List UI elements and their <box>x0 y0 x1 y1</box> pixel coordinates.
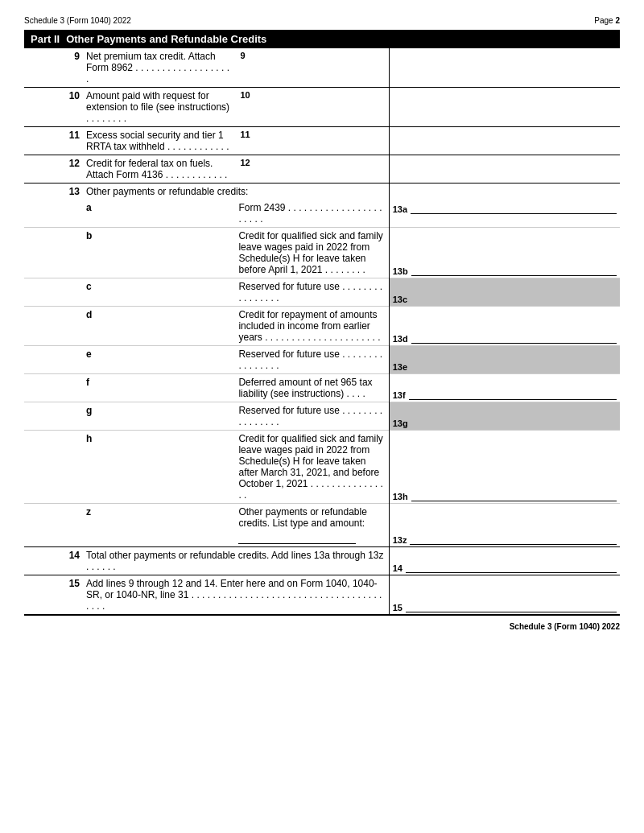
line-13f-label-cell: 13f <box>389 374 620 402</box>
spacer <box>24 228 83 278</box>
table-row: c Reserved for future use . . . . . . . … <box>24 278 620 307</box>
line-15-label-cell: 15 <box>389 575 620 616</box>
line-13d-field[interactable] <box>411 331 617 344</box>
part-label: Part II <box>31 33 60 45</box>
line-13e-desc: Reserved for future use . . . . . . . . … <box>235 346 389 374</box>
line-14-label-cell: 14 <box>389 547 620 575</box>
table-row: z Other payments or refundable credits. … <box>24 504 620 547</box>
line-13z-field[interactable] <box>410 532 617 545</box>
line-13g-field <box>411 415 617 428</box>
page-indicator: Page 2 <box>594 16 620 25</box>
line-13a-label: 13a <box>393 204 407 214</box>
line-12-label: 12 <box>235 155 389 184</box>
line-13f-label: 13f <box>393 390 406 400</box>
line-14-num: 14 <box>24 547 83 575</box>
spacer <box>24 200 83 228</box>
line-13b-field[interactable] <box>411 263 617 276</box>
line-13-num: 13 <box>24 184 83 200</box>
line-13b-desc: Credit for qualified sick and family lea… <box>235 228 389 278</box>
page-header: Schedule 3 (Form 1040) 2022 Page 2 <box>24 16 620 25</box>
line-9-label: 9 <box>235 48 389 88</box>
line-15-field[interactable] <box>406 600 617 612</box>
line-13a-label-cell: 13a <box>389 200 620 228</box>
part2-header: Part II Other Payments and Refundable Cr… <box>24 30 620 48</box>
line-13z-letter: z <box>83 504 235 547</box>
line-13h-desc: Credit for qualified sick and family lea… <box>235 431 389 504</box>
line-13g-label: 13g <box>393 419 408 428</box>
line-13-header: Other payments or refundable credits: <box>83 184 389 200</box>
line-13e-field <box>411 359 617 372</box>
line-12-num: 12 <box>24 155 83 184</box>
line-9-field[interactable] <box>389 48 620 88</box>
line-13b-label: 13b <box>393 266 408 276</box>
line-13-spacer <box>389 184 620 200</box>
form-footer: Schedule 3 (Form 1040) 2022 <box>24 622 620 631</box>
line-13h-letter: h <box>83 431 235 504</box>
line-13e-field-cell: 13e <box>389 346 620 374</box>
line-13g-letter: g <box>83 402 235 431</box>
line-11-label: 11 <box>235 127 389 155</box>
main-form-table: 9 Net premium tax credit. Attach Form 89… <box>24 48 620 616</box>
page-number: 2 <box>615 16 620 25</box>
line-13d-label-cell: 13d <box>389 307 620 346</box>
line-13e-label: 13e <box>393 362 407 372</box>
spacer <box>24 346 83 374</box>
line-11-num: 11 <box>24 127 83 155</box>
table-row: 11 Excess social security and tier 1 RRT… <box>24 127 620 155</box>
table-row: f Deferred amount of net 965 tax liabili… <box>24 374 620 402</box>
table-row: 12 Credit for federal tax on fuels. Atta… <box>24 155 620 184</box>
line-13c-label: 13c <box>393 295 407 304</box>
footer-label: Schedule 3 (Form 1040) 2022 <box>510 622 620 631</box>
table-row: a Form 2439 . . . . . . . . . . . . . . … <box>24 200 620 228</box>
spacer <box>24 504 83 547</box>
table-row: h Credit for qualified sick and family l… <box>24 431 620 504</box>
line-13g-field-cell: 13g <box>389 402 620 431</box>
line-13d-letter: d <box>83 307 235 346</box>
table-row: 9 Net premium tax credit. Attach Form 89… <box>24 48 620 88</box>
line-10-field[interactable] <box>389 88 620 127</box>
table-row: 14 Total other payments or refundable cr… <box>24 547 620 575</box>
line-11-desc: Excess social security and tier 1 RRTA t… <box>83 127 235 155</box>
line-13c-desc: Reserved for future use . . . . . . . . … <box>235 278 389 307</box>
table-row: 13 Other payments or refundable credits: <box>24 184 620 200</box>
line-13a-letter: a <box>83 200 235 228</box>
line-10-desc: Amount paid with request for extension t… <box>83 88 235 127</box>
line-13a-field[interactable] <box>411 201 617 214</box>
line-14-desc: Total other payments or refundable credi… <box>83 547 389 575</box>
spacer <box>24 431 83 504</box>
line-13f-field[interactable] <box>409 387 617 400</box>
line-13h-field[interactable] <box>411 489 617 501</box>
line-9-num: 9 <box>24 48 83 88</box>
line-13a-desc: Form 2439 . . . . . . . . . . . . . . . … <box>235 200 389 228</box>
line-10-label: 10 <box>235 88 389 127</box>
spacer <box>24 374 83 402</box>
line-13c-letter: c <box>83 278 235 307</box>
line-11-field[interactable] <box>389 127 620 155</box>
line-14-field[interactable] <box>406 560 617 573</box>
line-12-field[interactable] <box>389 155 620 184</box>
line-13d-label: 13d <box>393 334 408 344</box>
line-15-num: 15 <box>24 575 83 616</box>
line-13h-label: 13h <box>393 492 408 501</box>
line-13h-label-cell: 13h <box>389 431 620 504</box>
table-row: d Credit for repayment of amounts includ… <box>24 307 620 346</box>
line-14-label: 14 <box>393 563 402 573</box>
line-12-desc: Credit for federal tax on fuels. Attach … <box>83 155 235 184</box>
line-13g-desc: Reserved for future use . . . . . . . . … <box>235 402 389 431</box>
table-row: b Credit for qualified sick and family l… <box>24 228 620 278</box>
table-row: 15 Add lines 9 through 12 and 14. Enter … <box>24 575 620 616</box>
line-13c-field <box>411 291 617 304</box>
line-15-desc: Add lines 9 through 12 and 14. Enter her… <box>83 575 389 616</box>
spacer <box>24 278 83 307</box>
line-10-num: 10 <box>24 88 83 127</box>
page-label: Page <box>594 16 613 25</box>
line-13z-desc: Other payments or refundable credits. Li… <box>235 504 389 547</box>
spacer <box>24 307 83 346</box>
line-13f-letter: f <box>83 374 235 402</box>
line-13z-label-cell: 13z <box>389 504 620 547</box>
line-13b-label-cell: 13b <box>389 228 620 278</box>
spacer <box>24 402 83 431</box>
line-13f-desc: Deferred amount of net 965 tax liability… <box>235 374 389 402</box>
line-13c-field-cell: 13c <box>389 278 620 307</box>
table-row: g Reserved for future use . . . . . . . … <box>24 402 620 431</box>
